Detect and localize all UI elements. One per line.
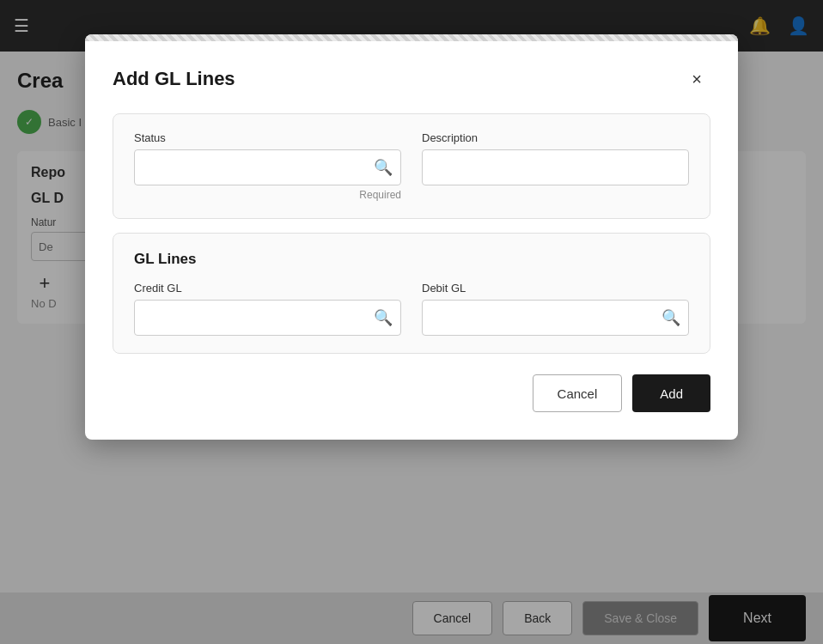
description-field-group: Description <box>422 131 689 185</box>
debit-gl-input-wrap: 🔍 <box>422 300 689 336</box>
modal-title-row: Add GL Lines × <box>113 65 710 93</box>
status-input[interactable] <box>134 149 401 185</box>
status-required-text: Required <box>134 189 401 201</box>
credit-gl-label: Credit GL <box>134 282 401 295</box>
description-input-wrap <box>422 149 689 185</box>
debit-gl-label: Debit GL <box>422 282 689 295</box>
modal-add-button[interactable]: Add <box>632 374 710 412</box>
modal-close-button[interactable]: × <box>683 65 710 93</box>
modal-top-stripe <box>85 34 738 41</box>
credit-gl-field-group: Credit GL 🔍 <box>134 282 401 336</box>
debit-gl-input[interactable] <box>422 300 689 336</box>
debit-gl-field-group: Debit GL 🔍 <box>422 282 689 336</box>
gl-lines-row: Credit GL 🔍 Debit GL 🔍 <box>134 282 689 336</box>
status-description-row: Status 🔍 Required Description <box>134 131 689 201</box>
gl-lines-title: GL Lines <box>134 251 689 268</box>
modal-footer: Cancel Add <box>113 374 710 412</box>
status-description-section: Status 🔍 Required Description <box>113 113 710 219</box>
credit-gl-input-wrap: 🔍 <box>134 300 401 336</box>
credit-gl-input[interactable] <box>134 300 401 336</box>
status-input-wrap: 🔍 <box>134 149 401 185</box>
modal-cancel-button[interactable]: Cancel <box>533 374 623 412</box>
modal-title: Add GL Lines <box>113 68 235 90</box>
status-field-group: Status 🔍 Required <box>134 131 401 201</box>
description-input[interactable] <box>422 149 689 185</box>
modal-body: Add GL Lines × Status 🔍 Required Descrip… <box>85 41 738 440</box>
add-gl-lines-modal: Add GL Lines × Status 🔍 Required Descrip… <box>85 34 738 440</box>
status-label: Status <box>134 131 401 144</box>
description-label: Description <box>422 131 689 144</box>
gl-lines-section: GL Lines Credit GL 🔍 Debit GL 🔍 <box>113 233 710 354</box>
